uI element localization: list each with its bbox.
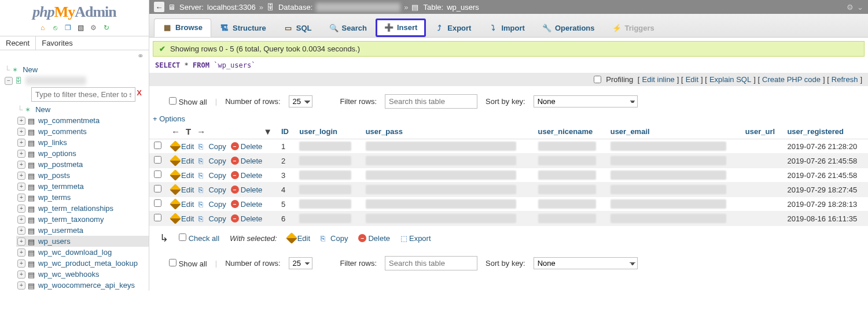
row-delete[interactable]: −Delete bbox=[231, 142, 263, 151]
check-all-label[interactable]: Check all bbox=[189, 234, 219, 243]
bulk-export[interactable]: ⬚Export bbox=[400, 234, 431, 243]
collapse-icon[interactable] bbox=[5, 77, 13, 85]
row-checkbox[interactable] bbox=[154, 185, 161, 192]
tree-new-table[interactable]: └✶New bbox=[16, 104, 149, 115]
row-edit[interactable]: Edit bbox=[171, 200, 194, 209]
show-all-checkbox-bottom[interactable] bbox=[169, 259, 176, 266]
expand-icon[interactable] bbox=[17, 248, 25, 257]
tree-table-label[interactable]: wp_usermeta bbox=[38, 226, 83, 235]
col-user-login[interactable]: user_login bbox=[295, 124, 361, 139]
num-rows-select-bottom[interactable]: 25 bbox=[289, 257, 312, 269]
expand-icon[interactable] bbox=[17, 128, 25, 136]
logout-icon[interactable]: ⎋ bbox=[51, 23, 60, 32]
row-copy[interactable]: ⎘Copy bbox=[198, 157, 226, 165]
col-user-email[interactable]: user_email bbox=[606, 124, 741, 139]
tree-table-label[interactable]: wp_users bbox=[38, 237, 71, 246]
collapse-panel-icon[interactable]: ⌄ bbox=[857, 3, 863, 12]
tree-new-root[interactable]: └ ✶ New bbox=[3, 64, 149, 75]
sort-by-key-select[interactable]: None bbox=[534, 95, 638, 107]
row-copy[interactable]: ⎘Copy bbox=[198, 214, 226, 223]
bulk-delete[interactable]: −Delete bbox=[358, 234, 390, 243]
tree-table-wp-term-relationships[interactable]: ▤wp_term_relationships bbox=[16, 203, 149, 214]
num-rows-select[interactable]: 25 bbox=[289, 95, 312, 107]
show-all[interactable]: Show all bbox=[169, 97, 207, 106]
expand-icon[interactable] bbox=[17, 172, 25, 180]
col-user-url[interactable]: user_url bbox=[741, 124, 783, 139]
expand-icon[interactable] bbox=[17, 281, 25, 290]
crumb-back-button[interactable]: ← bbox=[154, 2, 164, 12]
tree-table-label[interactable]: wp_woocommerce_api_keys bbox=[38, 281, 135, 290]
profiling-checkbox[interactable] bbox=[594, 76, 601, 83]
tree-table-wp-postmeta[interactable]: ▤wp_postmeta bbox=[16, 159, 149, 170]
col-id[interactable]: ID bbox=[277, 124, 295, 139]
row-copy[interactable]: ⎘Copy bbox=[198, 186, 226, 194]
tree-table-wp-wc-download-log[interactable]: ▤wp_wc_download_log bbox=[16, 247, 149, 258]
move-t-icon[interactable]: T bbox=[186, 127, 191, 136]
expand-icon[interactable] bbox=[17, 183, 25, 191]
nav-icon[interactable]: ▧ bbox=[76, 23, 86, 32]
col-user-pass[interactable]: user_pass bbox=[361, 124, 534, 139]
expand-icon[interactable] bbox=[17, 139, 25, 147]
expand-icon[interactable] bbox=[17, 117, 25, 125]
row-delete[interactable]: −Delete bbox=[231, 200, 263, 209]
tree-db-current[interactable]: 🗄 xxxxxxxxxx bbox=[3, 75, 149, 86]
tab-search[interactable]: 🔍Search bbox=[321, 19, 376, 37]
options-toggle[interactable]: + Options bbox=[153, 114, 185, 123]
docs-icon[interactable]: ❐ bbox=[64, 23, 73, 32]
expand-icon[interactable] bbox=[17, 270, 25, 279]
filter-rows-input[interactable] bbox=[385, 94, 477, 109]
tab-browse[interactable]: ▦Browse bbox=[154, 18, 211, 37]
tree-table-label[interactable]: wp_terms bbox=[38, 193, 71, 202]
row-edit[interactable]: Edit bbox=[171, 157, 194, 165]
tab-export[interactable]: ⤴Export bbox=[426, 19, 480, 37]
expand-icon[interactable] bbox=[17, 194, 25, 202]
tree-table-wp-wc-webhooks[interactable]: ▤wp_wc_webhooks bbox=[16, 269, 149, 280]
create-php-link[interactable]: Create PHP code bbox=[762, 75, 821, 84]
tab-sql[interactable]: ▭SQL bbox=[275, 19, 321, 37]
expand-icon[interactable] bbox=[17, 259, 25, 268]
row-checkbox[interactable] bbox=[154, 199, 161, 207]
explain-sql-link[interactable]: Explain SQL bbox=[709, 75, 751, 84]
row-copy[interactable]: ⎘Copy bbox=[198, 142, 226, 151]
bulk-edit[interactable]: Edit bbox=[288, 234, 310, 243]
tree-table-label[interactable]: wp_term_taxonomy bbox=[38, 215, 104, 224]
tree-table-wp-wc-product-meta-lookup[interactable]: ▤wp_wc_product_meta_lookup bbox=[16, 258, 149, 269]
expand-icon[interactable] bbox=[17, 150, 25, 158]
row-delete[interactable]: −Delete bbox=[231, 214, 263, 223]
expand-icon[interactable] bbox=[17, 227, 25, 235]
check-all-checkbox[interactable] bbox=[179, 233, 186, 241]
gear-icon[interactable]: ⚙ bbox=[89, 23, 98, 32]
row-edit[interactable]: Edit bbox=[171, 214, 194, 223]
tree-table-label[interactable]: wp_wc_webhooks bbox=[38, 270, 100, 279]
edit-inline-link[interactable]: Edit inline bbox=[642, 75, 674, 84]
edit-link[interactable]: Edit bbox=[686, 75, 698, 84]
expand-icon[interactable] bbox=[17, 216, 25, 224]
tree-table-label[interactable]: wp_wc_product_meta_lookup bbox=[38, 259, 138, 268]
permalink-icon[interactable]: ⚭ bbox=[0, 50, 149, 62]
move-right-icon[interactable]: → bbox=[197, 127, 205, 136]
tree-table-label[interactable]: wp_wc_download_log bbox=[38, 248, 112, 257]
show-all-bottom[interactable]: Show all bbox=[169, 259, 207, 268]
sort-desc-icon[interactable]: ▼ bbox=[263, 127, 272, 136]
tree-table-wp-termmeta[interactable]: ▤wp_termmeta bbox=[16, 181, 149, 192]
row-delete[interactable]: −Delete bbox=[231, 186, 263, 194]
tab-structure[interactable]: 🏗Structure bbox=[211, 19, 275, 37]
tree-table-label[interactable]: wp_commentmeta bbox=[38, 116, 100, 125]
tree-filter-input[interactable] bbox=[31, 87, 135, 102]
expand-icon[interactable] bbox=[17, 161, 25, 169]
tree-table-label[interactable]: wp_term_relationships bbox=[38, 204, 113, 213]
row-copy[interactable]: ⎘Copy bbox=[198, 200, 226, 209]
tab-favorites[interactable]: Favorites bbox=[36, 36, 78, 50]
tree-table-wp-links[interactable]: ▤wp_links bbox=[16, 137, 149, 148]
expand-icon[interactable] bbox=[17, 205, 25, 213]
row-edit[interactable]: Edit bbox=[171, 142, 194, 151]
tree-new-root-label[interactable]: New bbox=[23, 65, 38, 74]
tree-new-table-label[interactable]: New bbox=[35, 105, 50, 114]
refresh-link[interactable]: Refresh bbox=[832, 75, 858, 84]
row-edit[interactable]: Edit bbox=[171, 171, 194, 180]
tree-table-wp-options[interactable]: ▤wp_options bbox=[16, 148, 149, 159]
row-checkbox[interactable] bbox=[154, 214, 161, 221]
tree-table-label[interactable]: wp_comments bbox=[38, 127, 87, 136]
reload-icon[interactable]: ↻ bbox=[102, 23, 111, 32]
show-all-checkbox[interactable] bbox=[169, 97, 176, 105]
